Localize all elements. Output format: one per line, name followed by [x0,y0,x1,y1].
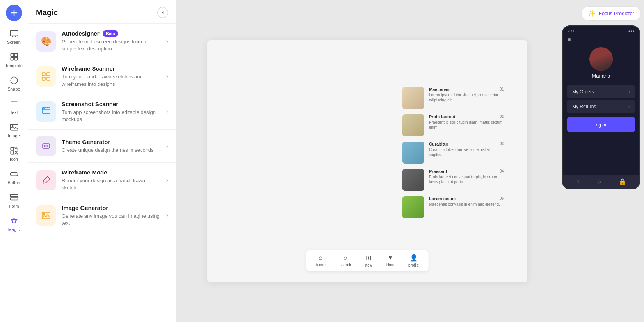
svg-line-16 [16,147,17,149]
nav-search[interactable]: ⌕ search [340,254,351,267]
theme-generator-content: Theme Generator Create unique design the… [62,139,161,154]
magic-label: Magic [8,227,20,232]
image-label: Image [8,133,20,138]
image-generator-name: Image Generator [62,205,161,211]
phone-logout-button[interactable]: Log out [567,117,635,132]
theme-generator-icon [36,136,56,156]
right-panel: ✨ Focus Predictor 9:41 ●●● ≡ Mariana My … [558,0,644,322]
wireframe-mode-content: Wireframe Mode Render your design as a h… [62,169,161,191]
magic-item-wireframe-mode[interactable]: Wireframe Mode Render your design as a h… [28,162,176,197]
text-label: Text [10,110,18,115]
profile-icon: 👤 [410,254,418,262]
image-generator-arrow-icon: › [166,212,168,219]
nav-new[interactable]: ⊞ new [365,254,372,267]
autodesigner-desc: Generate multi screen designs from a sim… [62,38,161,52]
phone-menu-icon: ≡ [563,35,639,44]
phone-status-bar: 9:41 ●●● [563,26,639,35]
sidebar-item-screen[interactable]: Screen [2,26,26,48]
svg-point-35 [45,145,47,147]
phone-user-name: Mariana [592,73,610,79]
sidebar-item-text[interactable]: Text [2,96,26,118]
magic-panel-close-button[interactable]: × [157,7,168,18]
my-orders-arrow-icon: › [628,89,630,94]
svg-rect-6 [11,53,14,57]
nav-new-label: new [365,263,372,267]
theme-generator-name: Theme Generator [62,139,161,145]
avatar-face [589,47,613,71]
svg-point-10 [11,77,17,84]
svg-rect-2 [10,30,18,36]
wireframe-scanner-icon [36,66,56,87]
phone-mockup: 9:41 ●●● ≡ Mariana My Orders › My Return… [562,25,640,189]
nav-likes[interactable]: ♥ likes [386,254,394,267]
sidebar-item-image[interactable]: Image [2,119,26,141]
theme-generator-desc: Create unique design themes in seconds [62,147,161,154]
focus-predictor-button[interactable]: ✨ Focus Predictor [581,6,641,21]
list-text-5: Lorem ipsum 05 Maecenas convallis in eni… [429,196,504,207]
magic-item-wireframe-scanner[interactable]: Wireframe Scanner Turn your hand-drawn s… [28,59,176,94]
design-frame: Maecenas 01 Lorem ipsum dolor sit amet, … [207,40,527,282]
sidebar-item-magic[interactable]: Magic [2,213,26,235]
image-generator-icon [36,205,56,226]
phone-my-orders-item[interactable]: My Orders › [567,85,635,98]
magic-item-theme-generator[interactable]: Theme Generator Create unique design the… [28,129,176,162]
list-title-1: Maecenas [429,87,450,92]
svg-point-31 [43,108,44,109]
phone-home-icon[interactable]: ⌂ [576,178,580,185]
magic-panel-title: Magic [36,8,58,17]
list-thumb-1 [402,87,424,109]
list-title-5: Lorem ipsum [429,196,456,201]
phone-bottom-bar: ⌂ ⌕ 🔒 [563,175,639,189]
icon-label: Icon [10,157,18,162]
beta-badge: Beta [103,30,118,37]
svg-rect-21 [10,173,18,176]
new-icon: ⊞ [366,254,371,262]
svg-point-32 [44,108,45,109]
wireframe-mode-desc: Render your design as a hand-drawn sketc… [62,177,161,191]
phone-lock-icon[interactable]: 🔒 [619,178,626,185]
main-canvas: Maecenas 01 Lorem ipsum dolor sit amet, … [176,0,558,322]
nav-home-label: home [316,263,326,267]
list-text-1: Maecenas 01 Lorem ipsum dolor sit amet, … [429,87,504,103]
nav-profile[interactable]: 👤 profile [408,254,419,267]
sidebar-item-form[interactable]: Form [2,190,26,212]
svg-rect-15 [11,147,14,150]
nav-likes-label: likes [386,263,394,267]
magic-item-image-generator[interactable]: Image Generator Generate any image you c… [28,198,176,233]
phone-my-returns-item[interactable]: My Returns › [567,100,635,113]
nav-home[interactable]: ⌂ home [316,254,326,267]
sidebar-item-button[interactable]: Button [2,166,26,188]
phone-avatar-section: Mariana [563,44,639,84]
svg-rect-18 [11,151,14,154]
list-item: Lorem ipsum 05 Maecenas convallis in eni… [402,196,504,218]
screenshot-scanner-name: Screenshot Scanner [62,101,161,107]
wireframe-scanner-desc: Turn your hand-drawn sketches and wirefr… [62,73,161,87]
sidebar-item-template[interactable]: Template [2,49,26,71]
phone-search-icon[interactable]: ⌕ [597,178,601,185]
wireframe-mode-icon [36,170,56,190]
list-thumb-5 [402,196,424,218]
svg-point-34 [44,145,45,147]
sidebar-item-shape[interactable]: Shape [2,73,26,94]
autodesigner-arrow-icon: › [166,38,168,45]
template-label: Template [5,63,23,68]
sidebar-item-icon[interactable]: Icon [2,143,26,165]
screenshot-scanner-content: Screenshot Scanner Turn app screenshots … [62,101,161,123]
list-desc-5: Maecenas convallis in enim nec eleifend. [429,202,504,207]
left-toolbar: Screen Template Shape Text Image [0,0,28,322]
list-desc-1: Lorem ipsum dolor sit amet, consectetur … [429,93,504,103]
list-text-3: Curabitur 03 Curabitur bibendum vehicula… [429,142,504,157]
svg-rect-8 [11,57,14,60]
magic-item-autodesigner[interactable]: 🎨 Autodesigner Beta Generate multi scree… [28,23,176,59]
nav-search-label: search [340,263,351,267]
magic-item-screenshot-scanner[interactable]: Screenshot Scanner Turn app screenshots … [28,94,176,129]
search-icon: ⌕ [343,254,347,261]
svg-line-17 [15,147,16,149]
screenshot-scanner-icon [36,101,56,122]
avatar [589,47,613,71]
design-list-content: Maecenas 01 Lorem ipsum dolor sit amet, … [402,87,504,224]
add-screen-button[interactable] [6,5,22,21]
my-returns-label: My Returns [572,104,596,109]
nav-profile-label: profile [408,263,419,267]
list-title-4: Praesent [429,169,447,174]
